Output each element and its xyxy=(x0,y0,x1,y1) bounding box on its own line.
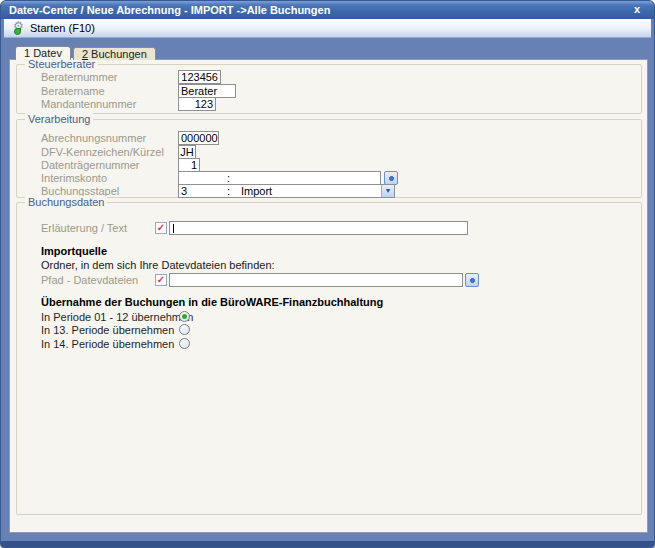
pfad-input[interactable] xyxy=(169,273,463,287)
row-buchungsstapel: Buchungsstapel 3 : Import ▾ xyxy=(17,184,637,198)
row-beraternummer: Beraternummer 123456 xyxy=(17,70,637,84)
erlaeuterung-check-icon[interactable]: ✓ xyxy=(155,222,167,234)
radio-row-periode-01-12: In Periode 01 - 12 übernehmen xyxy=(17,310,637,324)
erlaeuterung-input[interactable] xyxy=(169,221,468,235)
radio-row-periode-13: In 13. Periode übernehmen xyxy=(17,323,637,337)
buchungsstapel-combobox[interactable]: 3 : Import ▾ xyxy=(178,184,395,198)
pfad-browse-button[interactable] xyxy=(465,273,479,287)
group-buchungsdaten: Buchungsdaten Erläuterung / Text ✓ Impor… xyxy=(16,202,642,515)
radio-row-periode-14: In 14. Periode übernehmen xyxy=(17,337,637,351)
row-dfv-kennzeichen: DFV-Kennzeichen/Kürzel JH xyxy=(17,145,637,159)
buchungsstapel-dropdown-button[interactable]: ▾ xyxy=(381,185,394,197)
buchungsstapel-colon: : xyxy=(227,185,230,197)
datev-center-window: Datev-Center / Neue Abrechnung - IMPORT … xyxy=(0,0,655,548)
close-icon[interactable]: x xyxy=(631,1,643,19)
chevron-down-icon: ▾ xyxy=(386,187,390,195)
row-pfad-datevdateien: Pfad - Datevdateien ✓ xyxy=(17,273,637,287)
green-leaf-shape xyxy=(14,28,21,35)
ordner-hint-text: Ordner, in dem sich Ihre Datevdateien be… xyxy=(41,259,275,271)
importquelle-heading: Importquelle xyxy=(41,245,107,257)
row-beratername: Beratername Berater xyxy=(17,84,637,98)
text-caret xyxy=(173,224,174,233)
start-gear-icon: ⚙ xyxy=(13,21,27,35)
dfv-kennzeichen-field[interactable]: JH xyxy=(178,145,196,159)
datentraegernummer-field[interactable]: 1 xyxy=(178,158,200,172)
radio-selected-dot xyxy=(182,314,187,319)
uebernahme-heading: Übernahme der Buchungen in die BüroWARE-… xyxy=(41,296,383,308)
lookup-dot-icon xyxy=(389,176,394,181)
start-button[interactable]: ⚙ Starten (F10) xyxy=(9,20,99,36)
start-button-label: Starten (F10) xyxy=(30,22,95,34)
window-title: Datev-Center / Neue Abrechnung - IMPORT … xyxy=(9,4,330,16)
group-buchungsdaten-title: Buchungsdaten xyxy=(25,196,107,209)
main-panel: Steuerberater Beraternummer 123456 Berat… xyxy=(9,59,648,533)
group-steuerberater: Steuerberater Beraternummer 123456 Berat… xyxy=(16,64,642,114)
beraternummer-field[interactable]: 123456 xyxy=(178,70,221,84)
row-mandantennummer: Mandantennummer 123 xyxy=(17,97,637,111)
erlaeuterung-label: Erläuterung / Text xyxy=(41,222,127,235)
pfad-label: Pfad - Datevdateien xyxy=(41,274,138,287)
group-verarbeitung-title: Verarbeitung xyxy=(25,113,93,126)
window-bottom-frame xyxy=(1,541,654,547)
tab-datev[interactable]: 1 Datev xyxy=(15,46,71,60)
browse-dot-icon xyxy=(470,278,475,283)
tab-strip: 1 Datev 2 Buchungen xyxy=(15,46,158,60)
radio-periode-13-label: In 13. Periode übernehmen xyxy=(41,324,174,337)
row-abrechnungsnummer: Abrechnungsnummer 000000 xyxy=(17,131,637,145)
radio-periode-14[interactable] xyxy=(179,338,190,349)
mandantennummer-field[interactable]: 123 xyxy=(178,97,216,111)
row-interimskonto: Interimskonto : xyxy=(17,171,637,185)
abrechnungsnummer-field[interactable]: 000000 xyxy=(178,131,219,145)
radio-periode-01-12[interactable] xyxy=(179,311,190,322)
interimskonto-field[interactable]: : xyxy=(178,171,381,185)
buchungsstapel-name: Import xyxy=(241,185,272,197)
interimskonto-colon: : xyxy=(227,172,230,184)
radio-periode-14-label: In 14. Periode übernehmen xyxy=(41,338,174,351)
toolbar: ⚙ Starten (F10) xyxy=(4,19,651,38)
tab-datev-label: 1 Datev xyxy=(24,47,62,59)
group-verarbeitung: Verarbeitung Abrechnungsnummer 000000 DF… xyxy=(16,119,642,198)
pfad-check-icon[interactable]: ✓ xyxy=(155,274,167,286)
abrechnungsnummer-label: Abrechnungsnummer xyxy=(41,132,146,145)
tab-buchungen-label: Buchungen xyxy=(88,48,147,60)
title-bar[interactable]: Datev-Center / Neue Abrechnung - IMPORT … xyxy=(1,1,654,19)
interimskonto-lookup-button[interactable] xyxy=(384,171,398,185)
radio-periode-13[interactable] xyxy=(179,324,190,335)
beratername-field[interactable]: Berater xyxy=(178,84,236,98)
beraternummer-label: Beraternummer xyxy=(41,71,117,84)
mandantennummer-label: Mandantennummer xyxy=(41,98,136,111)
tab-buchungen[interactable]: 2 Buchungen xyxy=(73,47,156,60)
row-erlaeuterung: Erläuterung / Text ✓ xyxy=(17,221,637,235)
row-datentraegernummer: Datenträgernummer 1 xyxy=(17,158,637,172)
buchungsstapel-number: 3 xyxy=(181,185,187,197)
